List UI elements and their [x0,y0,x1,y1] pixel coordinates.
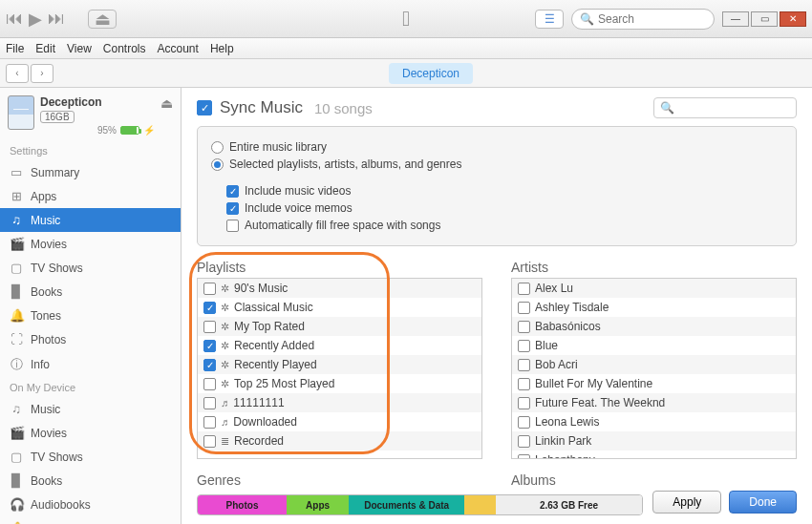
menu-help[interactable]: Help [210,42,234,55]
back-button[interactable]: ‹ [6,64,29,83]
movies-icon: 🎬 [10,426,23,440]
menu-edit[interactable]: Edit [35,42,55,55]
menu-account[interactable]: Account [158,42,199,55]
apply-button[interactable]: Apply [652,491,721,514]
search-input[interactable] [598,12,741,26]
playlist-row[interactable]: ✲90's Music [198,279,481,298]
artist-checkbox[interactable] [518,340,530,352]
sidebar-item-movies[interactable]: 🎬Movies [0,232,181,256]
artist-row[interactable]: Alex Lu [512,279,796,298]
sidebar-item-apps[interactable]: ⊞Apps [0,184,181,208]
chk-autofill[interactable] [226,220,239,232]
playlist-row[interactable]: ✓✲Recently Added [198,336,481,355]
artist-checkbox[interactable] [518,321,530,333]
sidebar-item-books[interactable]: ▉Books [0,280,181,304]
playlist-row[interactable]: ✲My Top Rated [198,317,481,336]
playlist-row[interactable]: ♬Downloaded [198,412,481,431]
artist-row[interactable]: Leona Lewis [512,412,796,431]
playlist-checkbox[interactable]: ✓ [203,359,216,371]
artist-row[interactable]: Babasónicos [512,317,796,336]
sidebar-item-music[interactable]: ♫Music [0,208,181,232]
playlist-row[interactable]: ≣Recorded [198,431,481,451]
sidebar-item-info[interactable]: ⓘInfo [0,351,181,378]
airplay-icon[interactable]: ⏏ [88,10,117,29]
sidebar-item-tv-shows[interactable]: ▢TV Shows [0,256,181,280]
capacity-segment [464,495,496,514]
menu-controls[interactable]: Controls [103,42,146,55]
sidebar-item-label: Photos [31,333,66,346]
playlist-row[interactable]: ✓✲Recently Played [198,355,481,374]
artist-label: Bob Acri [535,358,578,371]
global-search[interactable]: 🔍 [571,9,715,30]
sidebar-item-audiobooks[interactable]: 🎧Audiobooks [0,493,181,516]
artist-checkbox[interactable] [518,283,530,295]
artist-row[interactable]: Ashley Tisdale [512,298,796,317]
chk-include-memos[interactable]: ✓ [226,202,239,215]
playlist-checkbox[interactable] [203,416,216,429]
sidebar-item-tones[interactable]: 🔔Tones [0,304,181,327]
sidebar-item-books[interactable]: ▉Books [0,469,181,493]
playlist-checkbox[interactable] [203,321,216,333]
artist-label: Leona Lewis [535,415,599,429]
playlist-search[interactable]: 🔍 [653,97,797,118]
artist-checkbox[interactable] [518,435,530,448]
artist-row[interactable]: Future Feat. The Weeknd [512,393,796,412]
main-pane: ✓ Sync Music 10 songs 🔍 Entire music lib… [182,88,812,524]
menu-file[interactable]: File [6,42,24,55]
playlist-label: Recently Added [234,339,314,352]
forward-button[interactable]: › [31,64,53,83]
artist-checkbox[interactable] [518,378,530,390]
artist-checkbox[interactable] [518,416,530,429]
playlist-checkbox[interactable] [203,435,216,448]
maximize-button[interactable]: ▭ [751,11,778,27]
menu-view[interactable]: View [67,42,92,55]
artist-label: Bullet For My Valentine [535,377,652,390]
chk-include-videos[interactable]: ✓ [226,185,239,198]
playlist-checkbox[interactable] [203,378,216,390]
artist-checkbox[interactable] [518,359,530,371]
playlist-type-icon: ✲ [221,359,229,371]
artist-checkbox[interactable] [518,397,530,409]
radio-selected-items[interactable] [211,158,224,171]
sidebar-item-music[interactable]: ♫Music [0,397,181,421]
artist-row[interactable]: Bullet For My Valentine [512,374,796,393]
done-button[interactable]: Done [729,491,797,514]
radio-entire-library[interactable] [211,141,224,154]
sidebar-item-photos[interactable]: ⛶Photos [0,327,181,351]
playlist-type-icon: ♬ [221,416,228,428]
artist-row[interactable]: Blue [512,336,796,355]
artist-checkbox[interactable] [518,302,530,314]
close-button[interactable]: ✕ [780,11,806,27]
location-pill[interactable]: Decepticon [389,63,473,84]
playlist-label: Downloaded [233,415,297,429]
playlist-row[interactable]: ✓✲Classical Music [198,298,481,317]
sync-music-checkbox[interactable]: ✓ [197,100,212,115]
albums-heading: Albums [511,472,797,488]
next-icon[interactable]: ⏭ [48,9,65,29]
sidebar-item-tones[interactable]: 🔔Tones [0,516,181,524]
tv-shows-icon: ▢ [10,261,23,275]
prev-icon[interactable]: ⏮ [6,9,23,29]
books-icon: ▉ [10,473,23,488]
artist-row[interactable]: Bob Acri [512,355,796,374]
playlists-list[interactable]: ✲90's Music✓✲Classical Music✲My Top Rate… [197,278,482,459]
playlist-checkbox[interactable] [203,283,216,295]
playlist-row[interactable]: ✲Top 25 Most Played [198,374,481,393]
playlist-checkbox[interactable]: ✓ [203,340,216,352]
playlist-label: Recorded [234,434,284,448]
playlist-row[interactable]: ♬11111111 [198,393,481,412]
eject-button[interactable]: ⏏ [160,95,173,111]
artist-checkbox[interactable] [518,454,530,460]
play-icon[interactable]: ▶ [29,9,42,30]
minimize-button[interactable]: — [722,11,749,27]
sidebar-item-movies[interactable]: 🎬Movies [0,421,181,445]
playlist-checkbox[interactable]: ✓ [203,302,216,314]
sidebar-item-tv-shows[interactable]: ▢TV Shows [0,445,181,469]
sidebar-heading-ondevice: On My Device [0,378,181,397]
sidebar-item-summary[interactable]: ▭Summary [0,160,181,184]
artist-row[interactable]: Linkin Park [512,431,796,451]
list-view-button[interactable]: ☰ [535,10,564,29]
playlist-checkbox[interactable] [203,397,216,409]
artists-list[interactable]: Alex LuAshley TisdaleBabasónicosBlueBob … [511,278,797,459]
artist-row[interactable]: Lohanthony [512,451,796,459]
